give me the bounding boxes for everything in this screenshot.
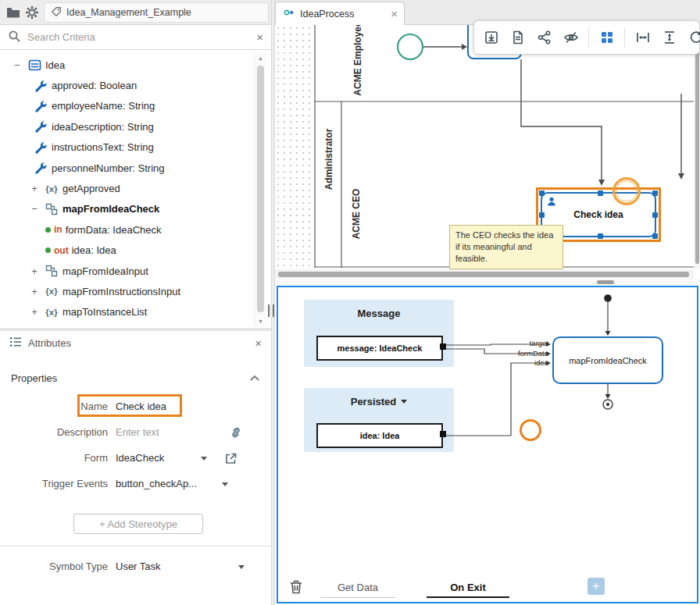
project-name: Idea_Management_Example	[66, 7, 191, 18]
chevron-up-icon[interactable]	[249, 372, 260, 384]
port-label-formdata: formData	[500, 349, 548, 358]
selection-handle[interactable]	[598, 190, 603, 196]
lane-label-employee[interactable]: ACME Employee	[352, 25, 363, 98]
close-icon[interactable]: ×	[255, 337, 262, 349]
mapping-editor-panel[interactable]: Message message: IdeaCheck Persisted ide…	[277, 286, 698, 603]
tree-item-approved[interactable]: approved: Boolean	[0, 75, 253, 95]
share-icon[interactable]	[535, 29, 553, 47]
persisted-section-title[interactable]: Persisted	[304, 388, 454, 407]
tree-item-personnelnumber[interactable]: personnelNumber: String	[0, 158, 253, 178]
tree-item-instructionstext[interactable]: instructionsText: String	[0, 137, 253, 158]
tree-item-label: formData: IdeaCheck	[66, 224, 162, 236]
attributes-header: Attributes ×	[0, 333, 271, 353]
parameter-icon	[45, 247, 51, 253]
open-external-icon[interactable]	[224, 451, 238, 472]
scrollbar-thumb[interactable]	[695, 28, 699, 264]
folder-icon[interactable]	[5, 5, 22, 20]
layout-grid-icon[interactable]	[598, 29, 616, 47]
cursor-highlight-ring	[520, 419, 541, 441]
name-value[interactable]: Check idea	[116, 396, 166, 417]
gear-icon[interactable]	[23, 5, 41, 20]
pool-label-administrator[interactable]: Administrator	[323, 120, 334, 198]
lane-label-ceo[interactable]: ACME CEO	[351, 175, 362, 253]
connector-port[interactable]	[440, 343, 446, 350]
tag-icon	[51, 6, 62, 20]
chevron-down-icon[interactable]	[201, 457, 207, 464]
selection-handle[interactable]	[539, 190, 545, 196]
chevron-down-icon[interactable]	[222, 482, 228, 489]
tab-on-exit[interactable]: On Exit	[427, 578, 509, 598]
canvas-vscrollbar[interactable]	[694, 25, 700, 269]
attribute-wrench-icon	[33, 120, 48, 133]
add-stereotype-button[interactable]: + Add Stereotype	[73, 514, 203, 534]
search-input[interactable]	[27, 31, 250, 43]
tree-item-mapfromideacheck[interactable]: − mapFromIdeaCheck	[0, 199, 253, 219]
scrollbar-thumb[interactable]	[278, 272, 689, 277]
download-icon[interactable]	[482, 29, 500, 47]
message-variable-box[interactable]: message: IdeaCheck	[316, 336, 443, 361]
selection-handle[interactable]	[652, 190, 658, 196]
description-label: Description	[0, 422, 108, 443]
tree-item-maptoinstancelist[interactable]: + {x} mapToInstanceList	[0, 302, 253, 322]
hide-icon[interactable]	[562, 29, 580, 47]
refresh-icon[interactable]	[687, 29, 700, 47]
tree-item-employeename[interactable]: employeeName: String	[0, 96, 253, 116]
symbol-type-row: Symbol Type User Task	[0, 556, 271, 577]
scroll-down-icon[interactable]: ▼	[255, 319, 266, 324]
tree-item-ideadescription[interactable]: ideaDescription: String	[0, 116, 253, 137]
bpmn-canvas[interactable]: ACME Employee Administrator ACME CEO Che…	[275, 25, 694, 269]
expand-icon[interactable]: +	[28, 265, 41, 277]
connector-port[interactable]	[440, 431, 446, 437]
scroll-up-icon[interactable]: ▲	[255, 55, 266, 61]
distribute-horizontal-icon[interactable]	[634, 29, 652, 47]
map-node[interactable]: mapFromIdeaCheck	[552, 336, 663, 384]
expand-icon[interactable]: +	[28, 306, 41, 318]
description-value[interactable]: Enter text	[116, 422, 159, 443]
tree-item-mapfrominstructionsinput[interactable]: + {x} mapFromInstructionsInput	[0, 281, 253, 301]
tree-item-idea[interactable]: − Idea	[0, 55, 253, 75]
map-node-label: mapFromIdeaCheck	[569, 356, 647, 365]
tree-item-out-idea[interactable]: out idea: Idea	[0, 240, 253, 261]
trash-icon[interactable]	[289, 579, 303, 597]
selection-handle[interactable]	[598, 233, 603, 239]
horizontal-splitter[interactable]	[275, 279, 700, 286]
selection-handle[interactable]	[652, 212, 658, 218]
form-value[interactable]: IdeaCheck	[116, 447, 164, 468]
tab-ideaprocess[interactable]: IdeaProcess ×	[275, 2, 405, 25]
collapse-icon[interactable]: −	[11, 59, 23, 71]
parameter-icon	[45, 227, 51, 233]
tree-item-mapfromideainput[interactable]: + mapFromIdeaInput	[0, 261, 253, 281]
tree-scrollbar[interactable]: ▲ ▼	[254, 53, 266, 326]
panel-splitter[interactable]	[0, 328, 271, 331]
expand-icon[interactable]: +	[28, 286, 41, 297]
mapping-icon	[44, 265, 59, 277]
chevron-down-icon[interactable]	[401, 400, 407, 407]
splitter-grip-icon[interactable]	[268, 304, 274, 317]
scrollbar-thumb[interactable]	[257, 66, 264, 312]
tab-close-icon[interactable]: ×	[391, 7, 398, 20]
breadcrumb[interactable]: Idea_Management_Example	[44, 2, 269, 23]
selection-handle[interactable]	[652, 233, 658, 239]
symbol-type-value[interactable]: User Task	[116, 556, 161, 577]
link-icon[interactable]	[229, 425, 243, 447]
distribute-vertical-icon[interactable]	[660, 29, 678, 47]
tree-item-getapproved[interactable]: + {x} getApproved	[0, 178, 253, 198]
tree-item-formdata[interactable]: in formData: IdeaCheck	[0, 219, 253, 240]
add-tab-button[interactable]: +	[588, 578, 605, 595]
document-icon[interactable]	[509, 29, 527, 47]
selection-handle[interactable]	[539, 212, 545, 218]
symbol-type-label: Symbol Type	[0, 556, 108, 577]
canvas-hscrollbar[interactable]	[275, 269, 694, 279]
collapse-icon[interactable]: −	[28, 203, 41, 215]
expand-icon[interactable]: +	[28, 183, 41, 194]
tab-get-data[interactable]: Get Data	[320, 578, 395, 598]
chevron-down-icon[interactable]	[238, 565, 245, 572]
annotation-note[interactable]: The CEO checks the idea if its meaningfu…	[449, 225, 563, 269]
class-icon	[27, 59, 42, 71]
splitter-grip-icon[interactable]	[597, 280, 614, 284]
search-clear-icon[interactable]: ×	[256, 31, 263, 43]
trigger-events-value[interactable]: button_checkAp...	[116, 473, 197, 494]
persisted-variable-box[interactable]: idea: Idea	[316, 423, 443, 448]
form-label: Form	[0, 447, 108, 468]
properties-section-header[interactable]: Properties	[0, 368, 271, 387]
